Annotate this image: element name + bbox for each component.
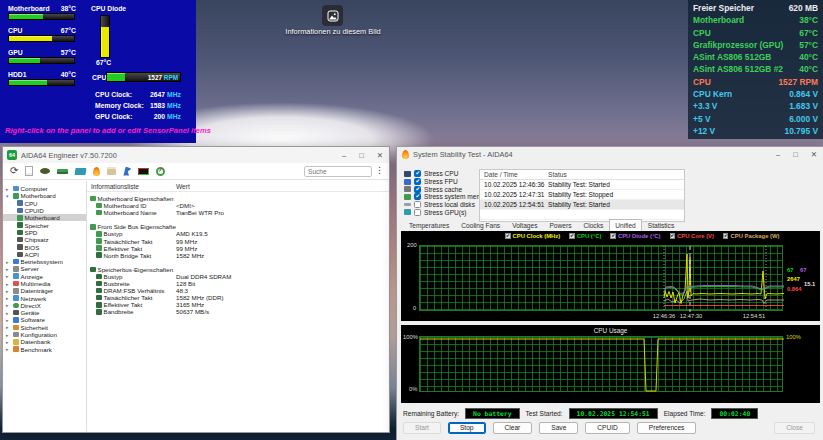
preferences-button[interactable]: Preferences (637, 422, 697, 434)
info-row[interactable]: North Bridge Takt1582 MHz (87, 252, 389, 259)
gpu-icon[interactable] (75, 168, 87, 175)
legend-item[interactable]: CPU Clock (MHz) (505, 233, 560, 239)
info-section-title[interactable]: Front Side Bus Eigenschaften (87, 223, 389, 230)
close-icon[interactable]: ✕ (811, 150, 817, 159)
chevron-right-icon[interactable] (6, 332, 11, 338)
info-row[interactable]: Tatsächlicher Takt99 MHz (87, 237, 389, 244)
spotlight-icon[interactable] (322, 5, 343, 26)
summary-icon[interactable] (40, 168, 50, 174)
tree-item-sicherheit[interactable]: Sicherheit (3, 324, 86, 331)
checkbox[interactable] (414, 201, 421, 208)
memory-icon[interactable] (57, 169, 68, 174)
chevron-right-icon[interactable] (6, 288, 11, 294)
info-row[interactable]: Effektiver Takt99 MHz (87, 245, 389, 252)
chevron-right-icon[interactable] (6, 266, 11, 272)
chevron-right-icon[interactable] (6, 273, 11, 279)
tab-unified[interactable]: Unified (609, 219, 642, 231)
tree-item-motherboard-group[interactable]: Motherboard (3, 192, 86, 199)
info-row[interactable]: Effektiver Takt3165 MHz (87, 301, 389, 308)
checkbox[interactable] (505, 233, 511, 239)
tab-voltages[interactable]: Voltages (506, 219, 543, 231)
info-row[interactable]: Busbreite128 Bit (87, 280, 389, 287)
info-row[interactable]: BustypAMD K19.5 (87, 230, 389, 237)
chevron-right-icon[interactable] (6, 186, 11, 192)
checkbox[interactable] (610, 233, 616, 239)
tree-item-betriebssystem[interactable]: Betriebssystem (3, 258, 86, 265)
benchmark-icon[interactable] (123, 167, 131, 176)
tab-temperatures[interactable]: Temperatures (403, 219, 455, 231)
refresh-icon[interactable]: ⟳ (10, 166, 18, 176)
search-input[interactable] (304, 166, 372, 177)
tree-item-netzwerk[interactable]: Netzwerk (3, 294, 86, 301)
checkbox[interactable] (723, 233, 729, 239)
log-row[interactable]: 10.02.2025 12:46:36Stability Test: Start… (480, 180, 684, 190)
chevron-right-icon[interactable] (6, 339, 11, 345)
start-button[interactable]: Start (403, 422, 441, 434)
chevron-down-icon[interactable] (6, 193, 11, 199)
stress-option[interactable]: Stress FPU (404, 178, 491, 186)
clear-button[interactable]: Clear (493, 422, 533, 434)
legend-item[interactable]: CPU Diode (°C) (610, 233, 660, 239)
gauge-icon[interactable] (156, 167, 165, 176)
info-row[interactable]: Motherboard ID<DMI> (87, 202, 389, 209)
tree-item-speicher[interactable]: Speicher (3, 221, 86, 228)
kebab-menu-icon[interactable]: ⋮ (375, 165, 384, 175)
stop-button[interactable]: Stop (448, 422, 486, 434)
stress-option[interactable]: Stress CPU (404, 170, 491, 178)
tree-item-server[interactable]: Server (3, 265, 86, 272)
chevron-right-icon[interactable] (6, 295, 11, 301)
save-button[interactable]: Save (539, 422, 578, 434)
tree-item-datenbank[interactable]: Datenbank (3, 338, 86, 345)
stress-option[interactable]: Stress cache (404, 185, 491, 193)
chevron-right-icon[interactable] (6, 310, 11, 316)
chevron-right-icon[interactable] (6, 346, 11, 352)
report-icon[interactable] (25, 166, 33, 176)
chevron-right-icon[interactable] (6, 281, 11, 287)
minimize-icon[interactable]: – (342, 151, 346, 160)
chevron-right-icon[interactable] (6, 324, 11, 330)
tree-item-chipsatz[interactable]: Chipsatz (3, 236, 86, 243)
info-row[interactable]: BustypDual DDR4 SDRAM (87, 273, 389, 280)
tree-item-cpuid[interactable]: CPUID (3, 207, 86, 214)
tree-item-cpu[interactable]: CPU (3, 200, 86, 207)
cpuid-button[interactable]: CPUID (585, 422, 630, 434)
checkbox[interactable] (569, 233, 575, 239)
info-row[interactable]: Tatsächlicher Takt1582 MHz (DDR) (87, 294, 389, 301)
tab-cooling-fans[interactable]: Cooling Fans (455, 219, 506, 231)
log-row[interactable]: 10.02.2025 12:47:31Stability Test: Stopp… (480, 190, 684, 200)
checkbox[interactable] (414, 178, 421, 185)
tab-powers[interactable]: Powers (543, 219, 577, 231)
tree-item-directx[interactable]: DirectX (3, 302, 86, 309)
log-row[interactable]: 10.02.2025 12:54:51Stability Test: Start… (480, 200, 684, 210)
tree-item-konfiguration[interactable]: Konfiguration (3, 331, 86, 338)
checkbox[interactable] (670, 233, 676, 239)
checkbox[interactable] (414, 209, 421, 216)
tree-item-motherboard[interactable]: Motherboard (3, 214, 86, 221)
minimize-icon[interactable]: – (776, 150, 780, 159)
checkbox[interactable] (414, 186, 421, 193)
stress-option[interactable]: Stress GPU(s) (404, 208, 491, 216)
tree-item-software[interactable]: Software (3, 316, 86, 323)
stability-test-icon[interactable] (93, 167, 100, 176)
tree-item-computer[interactable]: Computer (3, 185, 86, 192)
legend-item[interactable]: CPU Core (V) (670, 233, 714, 239)
checkbox[interactable] (414, 193, 421, 200)
checkbox[interactable] (414, 170, 421, 177)
chevron-right-icon[interactable] (6, 259, 11, 265)
tab-statistics[interactable]: Statistics (642, 219, 680, 231)
chevron-right-icon[interactable] (6, 317, 11, 323)
tree-item-datentraeger[interactable]: Datenträger (3, 287, 86, 294)
info-row[interactable]: DRAM:FSB Verhältnis48:3 (87, 287, 389, 294)
title-bar[interactable]: System Stability Test - AIDA64 – □ ✕ (397, 147, 823, 162)
tree-item-geraete[interactable]: Geräte (3, 309, 86, 316)
info-row[interactable]: Bandbreite50637 MB/s (87, 308, 389, 315)
tab-clocks[interactable]: Clocks (577, 219, 609, 231)
info-row[interactable]: Motherboard NameTianBei WTR Pro (87, 209, 389, 216)
sensor-panel-icon[interactable] (138, 168, 149, 175)
maximize-icon[interactable]: □ (793, 150, 798, 159)
tree-item-acpi[interactable]: ACPI (3, 251, 86, 258)
stress-option[interactable]: Stress system memory (404, 193, 491, 201)
spotlight-icon-label[interactable]: Informationen zu diesem Bild (285, 28, 381, 37)
legend-item[interactable]: CPU Package (W) (723, 233, 780, 239)
title-bar[interactable]: 64 AIDA64 Engineer v7.50.7200 – □ ✕ (3, 147, 389, 163)
